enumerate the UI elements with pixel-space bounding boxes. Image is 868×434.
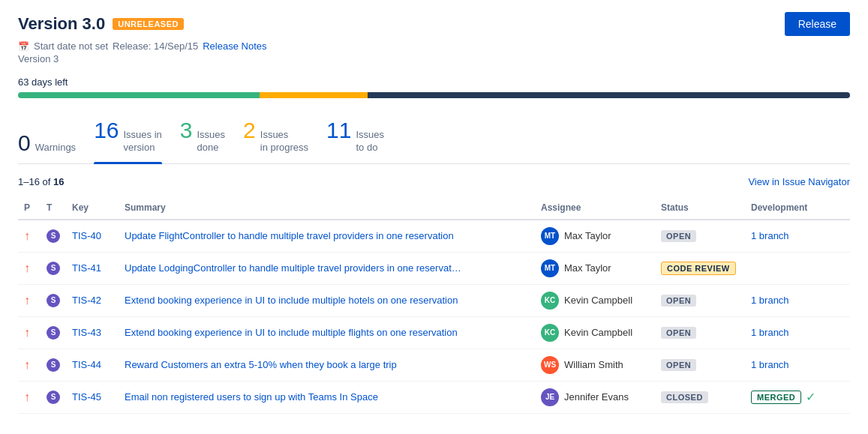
priority-cell: ↑ bbox=[18, 252, 41, 284]
table-row: ↑STIS-44Reward Customers an extra 5-10% … bbox=[18, 349, 850, 381]
issue-summary-link[interactable]: Email non registered users to sign up wi… bbox=[125, 391, 378, 403]
type-icon: S bbox=[47, 358, 60, 372]
stat-issues-version-num: 16 bbox=[94, 119, 119, 142]
key-cell: TIS-40 bbox=[66, 220, 119, 253]
priority-icon: ↑ bbox=[24, 229, 30, 242]
branch-link[interactable]: 1 branch bbox=[751, 359, 789, 370]
status-badge: CODE REVIEW bbox=[661, 262, 736, 275]
priority-cell: ↑ bbox=[18, 284, 41, 316]
stat-issues-todo-label: Issuesto do bbox=[356, 129, 384, 154]
table-row: ↑STIS-45Email non registered users to si… bbox=[18, 381, 850, 413]
summary-cell: Update FlightController to handle multip… bbox=[119, 220, 535, 253]
release-notes-link[interactable]: Release Notes bbox=[203, 40, 266, 52]
assignee-inner: MT Max Taylor bbox=[541, 259, 649, 277]
col-header-t: T bbox=[41, 196, 66, 220]
results-range: 1–16 bbox=[18, 176, 40, 187]
col-header-summary: Summary bbox=[119, 196, 535, 220]
branch-link[interactable]: 1 branch bbox=[751, 295, 789, 306]
summary-cell: Reward Customers an extra 5-10% when the… bbox=[119, 349, 535, 381]
stat-warnings[interactable]: 0 Warnings bbox=[18, 126, 94, 163]
branch-link[interactable]: 1 branch bbox=[751, 327, 789, 338]
status-badge: OPEN bbox=[661, 295, 696, 307]
stat-issues-done[interactable]: 3 Issuesdone bbox=[180, 113, 243, 163]
priority-cell: ↑ bbox=[18, 316, 41, 349]
issue-key-link[interactable]: TIS-42 bbox=[72, 295, 101, 306]
summary-cell: Update LodgingController to handle multi… bbox=[119, 252, 535, 284]
priority-icon: ↑ bbox=[24, 358, 30, 371]
key-cell: TIS-44 bbox=[66, 349, 119, 381]
issue-key-link[interactable]: TIS-44 bbox=[72, 359, 101, 370]
stats-row: 0 Warnings 16 Issues inversion 3 Issuesd… bbox=[18, 113, 850, 164]
col-header-dev: Development bbox=[745, 196, 850, 220]
meta-row: 📅 Start date not set Release: 14/Sep/15 … bbox=[18, 40, 850, 52]
key-cell: TIS-42 bbox=[66, 284, 119, 316]
priority-icon: ↑ bbox=[24, 294, 30, 307]
stat-warnings-num: 0 bbox=[18, 132, 31, 154]
type-icon: S bbox=[47, 326, 60, 340]
dev-cell: 1 branch bbox=[745, 220, 850, 253]
col-header-status: Status bbox=[655, 196, 745, 220]
key-cell: TIS-43 bbox=[66, 316, 119, 349]
issues-table: P T Key Summary Assignee Status Developm… bbox=[18, 196, 850, 414]
summary-cell: Email non registered users to sign up wi… bbox=[119, 381, 535, 413]
stat-issues-done-label: Issuesdone bbox=[197, 129, 226, 154]
assignee-cell: KC Kevin Campbell bbox=[535, 284, 655, 316]
type-icon: S bbox=[47, 294, 60, 307]
assignee-inner: KC Kevin Campbell bbox=[541, 292, 649, 310]
status-badge: CLOSED bbox=[661, 391, 708, 403]
stat-issues-version[interactable]: 16 Issues inversion bbox=[94, 113, 180, 163]
merged-badge: MERGED bbox=[751, 391, 801, 404]
results-count: 1–16 of 16 bbox=[18, 176, 64, 187]
status-cell: OPEN bbox=[655, 284, 745, 316]
assignee-cell: KC Kevin Campbell bbox=[535, 316, 655, 349]
assignee-name: Jennifer Evans bbox=[564, 391, 629, 403]
avatar: JE bbox=[541, 388, 559, 406]
priority-cell: ↑ bbox=[18, 220, 41, 253]
check-icon: ✓ bbox=[806, 390, 815, 404]
type-icon: S bbox=[47, 391, 60, 404]
assignee-inner: JE Jennifer Evans bbox=[541, 388, 649, 406]
avatar: MT bbox=[541, 227, 559, 245]
issue-key-link[interactable]: TIS-43 bbox=[72, 327, 101, 338]
results-header: 1–16 of 16 View in Issue Navigator bbox=[18, 176, 850, 187]
progress-blue bbox=[368, 92, 850, 98]
summary-cell: Extend booking experience in UI to inclu… bbox=[119, 284, 535, 316]
status-cell: OPEN bbox=[655, 349, 745, 381]
table-row: ↑STIS-43Extend booking experience in UI … bbox=[18, 316, 850, 349]
stat-issues-done-num: 3 bbox=[180, 119, 193, 142]
assignee-inner: MT Max Taylor bbox=[541, 227, 649, 245]
stat-issues-progress[interactable]: 2 Issuesin progress bbox=[243, 113, 326, 163]
stat-issues-progress-label: Issuesin progress bbox=[260, 129, 308, 154]
stat-issues-todo-num: 11 bbox=[326, 119, 351, 142]
stat-issues-todo[interactable]: 11 Issuesto do bbox=[326, 113, 402, 163]
branch-link[interactable]: 1 branch bbox=[751, 230, 789, 241]
results-total: 16 bbox=[53, 176, 64, 187]
priority-icon: ↑ bbox=[24, 391, 30, 403]
issue-key-link[interactable]: TIS-45 bbox=[72, 391, 101, 403]
key-cell: TIS-41 bbox=[66, 252, 119, 284]
issue-key-link[interactable]: TIS-40 bbox=[72, 230, 101, 241]
issue-summary-link[interactable]: Update FlightController to handle multip… bbox=[125, 230, 454, 241]
status-badge: OPEN bbox=[661, 359, 696, 371]
view-navigator-link[interactable]: View in Issue Navigator bbox=[748, 176, 850, 187]
col-header-assignee: Assignee bbox=[535, 196, 655, 220]
issue-summary-link[interactable]: Extend booking experience in UI to inclu… bbox=[125, 327, 458, 338]
version-title: Version 3.0 bbox=[18, 14, 105, 34]
priority-cell: ↑ bbox=[18, 349, 41, 381]
type-cell: S bbox=[41, 220, 66, 253]
release-button[interactable]: Release bbox=[785, 12, 850, 36]
assignee-cell: JE Jennifer Evans bbox=[535, 381, 655, 413]
assignee-inner: KC Kevin Campbell bbox=[541, 324, 649, 342]
status-cell: OPEN bbox=[655, 220, 745, 253]
issue-summary-link[interactable]: Update LodgingController to handle multi… bbox=[125, 262, 461, 274]
issue-key-link[interactable]: TIS-41 bbox=[72, 262, 101, 274]
title-area: Version 3.0 UNRELEASED bbox=[18, 14, 184, 34]
issue-summary-link[interactable]: Extend booking experience in UI to inclu… bbox=[125, 295, 458, 306]
table-row: ↑STIS-41Update LodgingController to hand… bbox=[18, 252, 850, 284]
status-badge: OPEN bbox=[661, 327, 696, 339]
issue-summary-link[interactable]: Reward Customers an extra 5-10% when the… bbox=[125, 359, 397, 370]
dev-cell: 1 branch bbox=[745, 316, 850, 349]
progress-bar bbox=[18, 92, 850, 98]
start-date: Start date not set bbox=[34, 40, 108, 52]
type-cell: S bbox=[41, 316, 66, 349]
